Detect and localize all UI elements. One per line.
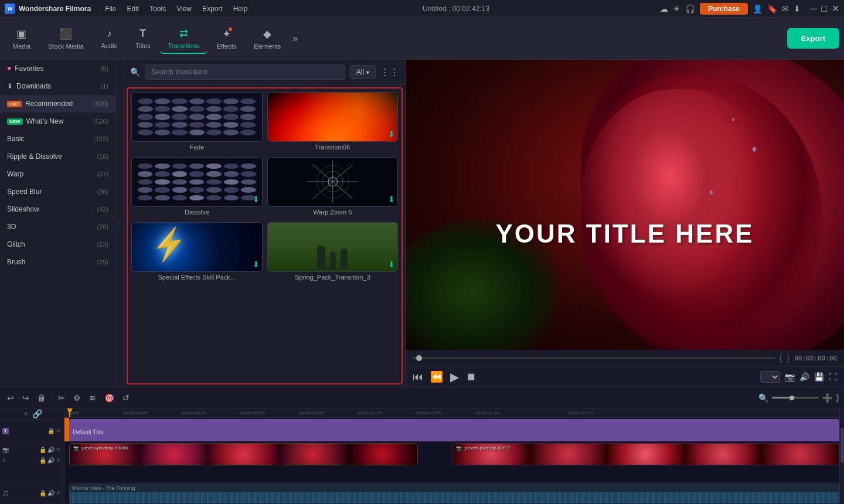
v2-track-eye-icon[interactable]: 👁 [56, 457, 62, 464]
save-frame-icon[interactable]: 💾 [814, 372, 824, 382]
audio-levels-button[interactable]: ≋ [87, 392, 98, 404]
sidebar-item-favorites[interactable]: ♥ Favorites (0) [0, 60, 115, 77]
transition-item-dissolve[interactable]: ⬇ Dissolve [131, 157, 263, 217]
whats-new-label: What's New [26, 117, 64, 125]
quality-select[interactable]: Full [760, 371, 780, 383]
play-icon[interactable]: ▶ [450, 370, 459, 384]
tab-transitions[interactable]: ⇄ Transitions [160, 23, 207, 54]
v-track-lock-icon[interactable]: 🔒 [39, 447, 46, 453]
special-effects-label: Special Effects Skill Pack... [131, 272, 263, 282]
cut-button[interactable]: ✂ [56, 392, 67, 404]
menu-file[interactable]: File [100, 4, 121, 14]
transition-item-warp-zoom[interactable]: ⬇ Warp Zoom 6 [267, 157, 399, 217]
frame-back-icon[interactable]: ⏪ [430, 370, 443, 383]
tab-effects[interactable]: ✦ Effects [209, 24, 244, 53]
bookmark-icon[interactable]: 🔖 [767, 4, 777, 13]
fullscreen-icon[interactable]: ⛶ [829, 372, 837, 382]
timeline-scrubber[interactable] [413, 357, 775, 359]
rewind-button[interactable]: ↺ [120, 392, 132, 404]
stop-icon[interactable]: ⏹ [466, 371, 477, 383]
settings-button[interactable]: ⚙ [71, 392, 83, 404]
download-icon[interactable]: ⬇ [794, 4, 801, 13]
menu-export[interactable]: Export [198, 4, 227, 14]
v2-track-lock-icon[interactable]: 🔒 [39, 457, 46, 464]
transition-item-spring-pack[interactable]: ⬇ Spring_Pack_Transition_3 [267, 222, 399, 282]
link-icon[interactable]: 🔗 [32, 409, 42, 418]
cloud-icon[interactable]: ☁ [660, 4, 668, 13]
track-eye-icon[interactable]: 👁 [56, 428, 62, 434]
tab-media[interactable]: ▣ Media [5, 24, 39, 53]
sidebar-item-speed-blur[interactable]: Speed Blur (36) [0, 183, 115, 200]
filter-button[interactable]: All ▾ [350, 65, 376, 79]
bracket-right-icon[interactable]: } [787, 353, 789, 363]
sidebar-item-whats-new[interactable]: NEW What's New (526) [0, 113, 115, 130]
screenshot-icon[interactable]: 📷 [785, 372, 795, 382]
v-track-eye-icon[interactable]: 👁 [56, 447, 62, 453]
track-lock-icon[interactable]: 🔒 [47, 428, 55, 434]
undo-button[interactable]: ↩ [5, 392, 16, 404]
tab-stock-media[interactable]: ⬛ Stock Media [40, 24, 92, 53]
sidebar-collapse-btn[interactable]: ‹ [115, 60, 124, 387]
menu-edit[interactable]: Edit [122, 4, 144, 14]
v-track-volume-icon[interactable]: 🔊 [47, 447, 55, 453]
expand-timeline-icon[interactable]: ⟩ [836, 392, 839, 403]
basic-label: Basic [7, 135, 24, 143]
sidebar-item-warp[interactable]: Warp (37) [0, 165, 115, 183]
tab-audio[interactable]: ♪ Audio [93, 24, 126, 53]
menu-bar: File Edit Tools View Export Help [100, 4, 252, 14]
video-track-label: 📷 🔒 🔊 👁 2 🔒 🔊 👁 [0, 443, 64, 483]
expand-icon[interactable]: » [290, 31, 300, 46]
timeline: ↩ ↪ 🗑 ✂ ⚙ ≋ 🎯 ↺ 🔍 ➕ ⟩ ＋ 🔗 [0, 387, 844, 504]
delete-button[interactable]: 🗑 [35, 392, 48, 404]
sidebar-item-ripple-dissolve[interactable]: Ripple & Dissolve (16) [0, 148, 115, 165]
v2-track-volume-icon[interactable]: 🔊 [47, 457, 55, 464]
title-clip[interactable]: Default Title [69, 419, 839, 442]
sidebar-item-recommended[interactable]: HOT Recommended (500) [0, 95, 115, 113]
titles-icon: T [139, 28, 146, 40]
sidebar-item-brush[interactable]: Brush (25) [0, 253, 115, 271]
sidebar-item-slideshow[interactable]: Slideshow (42) [0, 200, 115, 218]
preview-panel: YOUR TITLE HERE { } 00:00:00:00 ⏮ ⏪ ▶ ⏹ … [406, 60, 844, 387]
export-button[interactable]: Export [787, 28, 839, 49]
a-track-lock-icon[interactable]: 🔒 [39, 490, 46, 496]
sidebar-item-basic[interactable]: Basic (182) [0, 130, 115, 148]
mail-icon[interactable]: ✉ [782, 4, 789, 13]
minimize-button[interactable]: ─ [810, 4, 816, 14]
grid-view-icon[interactable]: ⋮⋮ [380, 67, 399, 78]
zoom-in-icon[interactable]: ➕ [822, 393, 832, 403]
transition-item-fade[interactable]: Fade [131, 92, 263, 152]
menu-help[interactable]: Help [229, 4, 253, 14]
transition-item-transition06[interactable]: ⬇ Transition06 [267, 92, 399, 152]
sun-icon[interactable]: ☀ [673, 4, 680, 13]
volume-icon[interactable]: 🔊 [799, 372, 809, 382]
maximize-button[interactable]: □ [821, 4, 827, 14]
tab-titles[interactable]: T Titles [127, 24, 159, 53]
skip-back-icon[interactable]: ⏮ [413, 371, 423, 383]
tab-elements[interactable]: ◆ Elements [246, 24, 289, 53]
sidebar-item-downloads[interactable]: ⬇ Downloads (1) [0, 77, 115, 95]
zoom-out-icon[interactable]: 🔍 [758, 393, 768, 403]
recommended-count: (500) [93, 100, 108, 107]
purchase-button[interactable]: Purchase [700, 3, 748, 15]
video-clip-2[interactable]: 📷 pexels-pixabay-60597 [452, 443, 839, 465]
headset-icon[interactable]: 🎧 [685, 4, 695, 13]
a-track-eye-icon[interactable]: 👁 [56, 490, 62, 496]
sidebar-item-glitch[interactable]: Glitch (23) [0, 236, 115, 253]
download-arrow-icon: ⬇ [7, 82, 13, 90]
add-track-icon[interactable]: ＋ [22, 408, 30, 419]
audio-clip[interactable]: Manos Mars - The Tunning [69, 483, 839, 504]
a-track-volume-icon[interactable]: 🔊 [47, 490, 55, 496]
transition-item-special-effects[interactable]: ⚡ ⬇ Special Effects Skill Pack... [131, 222, 263, 282]
search-input[interactable] [145, 64, 345, 80]
redo-button[interactable]: ↪ [20, 392, 32, 404]
menu-tools[interactable]: Tools [145, 4, 171, 14]
timeline-scrollbar[interactable] [839, 408, 844, 504]
bracket-left-icon[interactable]: { [780, 353, 782, 363]
close-button[interactable]: ✕ [832, 3, 839, 14]
sidebar-item-3d[interactable]: 3D (26) [0, 218, 115, 236]
menu-view[interactable]: View [172, 4, 196, 14]
magnet-button[interactable]: 🎯 [102, 392, 117, 404]
video-clip-1[interactable]: 📷 pexels-pixabay-56866 [69, 443, 418, 465]
user-icon[interactable]: 👤 [753, 4, 763, 13]
zoom-slider[interactable] [772, 397, 819, 399]
